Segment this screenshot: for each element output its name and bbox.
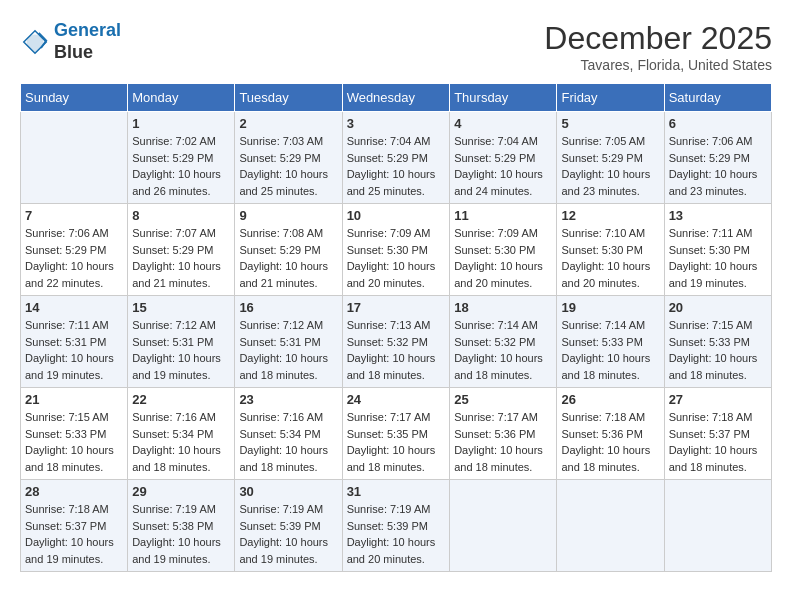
day-info: Sunrise: 7:04 AM Sunset: 5:29 PM Dayligh… xyxy=(454,133,552,199)
sunrise-text: Sunrise: 7:10 AM xyxy=(561,227,645,239)
sunset-text: Sunset: 5:29 PM xyxy=(25,244,106,256)
daylight-text: Daylight: 10 hours and 20 minutes. xyxy=(347,536,436,565)
day-info: Sunrise: 7:18 AM Sunset: 5:37 PM Dayligh… xyxy=(669,409,767,475)
title-block: December 2025 Tavares, Florida, United S… xyxy=(544,20,772,73)
day-number: 22 xyxy=(132,392,230,407)
day-number: 23 xyxy=(239,392,337,407)
day-info: Sunrise: 7:17 AM Sunset: 5:35 PM Dayligh… xyxy=(347,409,446,475)
sunset-text: Sunset: 5:33 PM xyxy=(561,336,642,348)
sunset-text: Sunset: 5:35 PM xyxy=(347,428,428,440)
calendar-cell: 22 Sunrise: 7:16 AM Sunset: 5:34 PM Dayl… xyxy=(128,388,235,480)
day-number: 20 xyxy=(669,300,767,315)
day-info: Sunrise: 7:19 AM Sunset: 5:38 PM Dayligh… xyxy=(132,501,230,567)
daylight-text: Daylight: 10 hours and 20 minutes. xyxy=(561,260,650,289)
sunset-text: Sunset: 5:36 PM xyxy=(454,428,535,440)
sunset-text: Sunset: 5:32 PM xyxy=(454,336,535,348)
sunset-text: Sunset: 5:36 PM xyxy=(561,428,642,440)
day-info: Sunrise: 7:12 AM Sunset: 5:31 PM Dayligh… xyxy=(132,317,230,383)
sunrise-text: Sunrise: 7:17 AM xyxy=(347,411,431,423)
sunrise-text: Sunrise: 7:06 AM xyxy=(25,227,109,239)
location: Tavares, Florida, United States xyxy=(544,57,772,73)
calendar-cell: 6 Sunrise: 7:06 AM Sunset: 5:29 PM Dayli… xyxy=(664,112,771,204)
calendar-cell: 19 Sunrise: 7:14 AM Sunset: 5:33 PM Dayl… xyxy=(557,296,664,388)
day-number: 3 xyxy=(347,116,446,131)
calendar-cell: 11 Sunrise: 7:09 AM Sunset: 5:30 PM Dayl… xyxy=(450,204,557,296)
day-number: 13 xyxy=(669,208,767,223)
calendar-week-4: 28 Sunrise: 7:18 AM Sunset: 5:37 PM Dayl… xyxy=(21,480,772,572)
day-info: Sunrise: 7:16 AM Sunset: 5:34 PM Dayligh… xyxy=(239,409,337,475)
day-info: Sunrise: 7:15 AM Sunset: 5:33 PM Dayligh… xyxy=(25,409,123,475)
sunset-text: Sunset: 5:29 PM xyxy=(561,152,642,164)
sunrise-text: Sunrise: 7:15 AM xyxy=(669,319,753,331)
day-info: Sunrise: 7:19 AM Sunset: 5:39 PM Dayligh… xyxy=(347,501,446,567)
sunset-text: Sunset: 5:34 PM xyxy=(239,428,320,440)
day-info: Sunrise: 7:05 AM Sunset: 5:29 PM Dayligh… xyxy=(561,133,659,199)
sunrise-text: Sunrise: 7:02 AM xyxy=(132,135,216,147)
sunset-text: Sunset: 5:31 PM xyxy=(25,336,106,348)
sunset-text: Sunset: 5:29 PM xyxy=(454,152,535,164)
daylight-text: Daylight: 10 hours and 18 minutes. xyxy=(669,444,758,473)
sunset-text: Sunset: 5:39 PM xyxy=(347,520,428,532)
day-info: Sunrise: 7:08 AM Sunset: 5:29 PM Dayligh… xyxy=(239,225,337,291)
calendar-week-1: 7 Sunrise: 7:06 AM Sunset: 5:29 PM Dayli… xyxy=(21,204,772,296)
calendar-week-3: 21 Sunrise: 7:15 AM Sunset: 5:33 PM Dayl… xyxy=(21,388,772,480)
sunrise-text: Sunrise: 7:08 AM xyxy=(239,227,323,239)
calendar-cell xyxy=(21,112,128,204)
daylight-text: Daylight: 10 hours and 23 minutes. xyxy=(561,168,650,197)
day-number: 25 xyxy=(454,392,552,407)
day-info: Sunrise: 7:14 AM Sunset: 5:33 PM Dayligh… xyxy=(561,317,659,383)
sunrise-text: Sunrise: 7:13 AM xyxy=(347,319,431,331)
logo-line2: Blue xyxy=(54,42,121,64)
day-number: 15 xyxy=(132,300,230,315)
sunrise-text: Sunrise: 7:04 AM xyxy=(347,135,431,147)
day-info: Sunrise: 7:11 AM Sunset: 5:30 PM Dayligh… xyxy=(669,225,767,291)
daylight-text: Daylight: 10 hours and 22 minutes. xyxy=(25,260,114,289)
day-info: Sunrise: 7:15 AM Sunset: 5:33 PM Dayligh… xyxy=(669,317,767,383)
sunset-text: Sunset: 5:34 PM xyxy=(132,428,213,440)
sunset-text: Sunset: 5:37 PM xyxy=(669,428,750,440)
daylight-text: Daylight: 10 hours and 18 minutes. xyxy=(347,352,436,381)
calendar-cell: 25 Sunrise: 7:17 AM Sunset: 5:36 PM Dayl… xyxy=(450,388,557,480)
calendar-cell: 3 Sunrise: 7:04 AM Sunset: 5:29 PM Dayli… xyxy=(342,112,450,204)
sunset-text: Sunset: 5:29 PM xyxy=(239,244,320,256)
logo-text: General Blue xyxy=(54,20,121,63)
day-number: 17 xyxy=(347,300,446,315)
sunset-text: Sunset: 5:30 PM xyxy=(454,244,535,256)
sunset-text: Sunset: 5:29 PM xyxy=(132,244,213,256)
daylight-text: Daylight: 10 hours and 21 minutes. xyxy=(239,260,328,289)
day-number: 1 xyxy=(132,116,230,131)
daylight-text: Daylight: 10 hours and 18 minutes. xyxy=(454,444,543,473)
page-header: General Blue December 2025 Tavares, Flor… xyxy=(20,20,772,73)
daylight-text: Daylight: 10 hours and 19 minutes. xyxy=(132,352,221,381)
calendar-cell xyxy=(664,480,771,572)
day-info: Sunrise: 7:09 AM Sunset: 5:30 PM Dayligh… xyxy=(454,225,552,291)
sunrise-text: Sunrise: 7:15 AM xyxy=(25,411,109,423)
logo: General Blue xyxy=(20,20,121,63)
calendar-cell: 26 Sunrise: 7:18 AM Sunset: 5:36 PM Dayl… xyxy=(557,388,664,480)
sunrise-text: Sunrise: 7:05 AM xyxy=(561,135,645,147)
daylight-text: Daylight: 10 hours and 23 minutes. xyxy=(669,168,758,197)
logo-line1: General xyxy=(54,20,121,40)
sunrise-text: Sunrise: 7:17 AM xyxy=(454,411,538,423)
sunrise-text: Sunrise: 7:19 AM xyxy=(347,503,431,515)
calendar-cell: 1 Sunrise: 7:02 AM Sunset: 5:29 PM Dayli… xyxy=(128,112,235,204)
calendar-cell: 8 Sunrise: 7:07 AM Sunset: 5:29 PM Dayli… xyxy=(128,204,235,296)
calendar-week-2: 14 Sunrise: 7:11 AM Sunset: 5:31 PM Dayl… xyxy=(21,296,772,388)
calendar-cell: 28 Sunrise: 7:18 AM Sunset: 5:37 PM Dayl… xyxy=(21,480,128,572)
day-number: 5 xyxy=(561,116,659,131)
sunset-text: Sunset: 5:30 PM xyxy=(669,244,750,256)
day-info: Sunrise: 7:16 AM Sunset: 5:34 PM Dayligh… xyxy=(132,409,230,475)
sunset-text: Sunset: 5:29 PM xyxy=(132,152,213,164)
header-saturday: Saturday xyxy=(664,84,771,112)
sunrise-text: Sunrise: 7:12 AM xyxy=(132,319,216,331)
daylight-text: Daylight: 10 hours and 24 minutes. xyxy=(454,168,543,197)
sunrise-text: Sunrise: 7:19 AM xyxy=(239,503,323,515)
logo-icon xyxy=(20,27,50,57)
calendar-cell: 14 Sunrise: 7:11 AM Sunset: 5:31 PM Dayl… xyxy=(21,296,128,388)
daylight-text: Daylight: 10 hours and 19 minutes. xyxy=(669,260,758,289)
day-number: 31 xyxy=(347,484,446,499)
daylight-text: Daylight: 10 hours and 21 minutes. xyxy=(132,260,221,289)
daylight-text: Daylight: 10 hours and 20 minutes. xyxy=(454,260,543,289)
daylight-text: Daylight: 10 hours and 18 minutes. xyxy=(347,444,436,473)
day-info: Sunrise: 7:02 AM Sunset: 5:29 PM Dayligh… xyxy=(132,133,230,199)
